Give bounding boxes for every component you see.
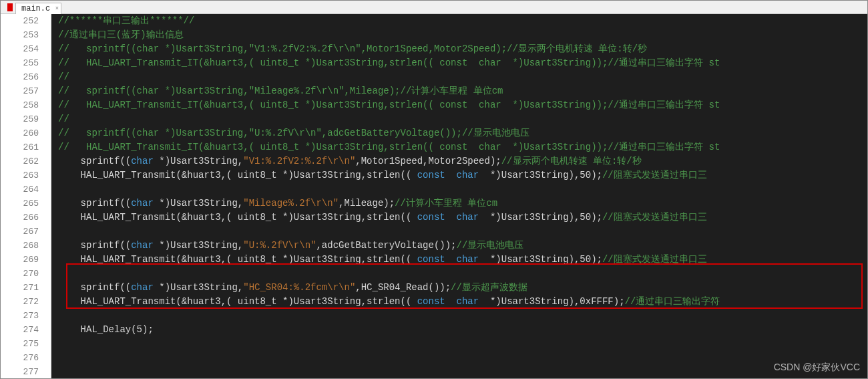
code-content[interactable]: //******串口三输出******////通过串口三(蓝牙)输出信息// s… — [51, 14, 867, 378]
line-number: 274 — [1, 323, 51, 337]
line-number: 277 — [1, 365, 51, 378]
close-icon[interactable]: × — [55, 5, 59, 12]
code-line[interactable]: // sprintf((char *)Usart3String,"Mileage… — [58, 84, 867, 98]
code-line[interactable] — [58, 351, 867, 365]
code-line[interactable]: // sprintf((char *)Usart3String,"V1:%.2f… — [58, 42, 867, 56]
code-line[interactable] — [58, 182, 867, 197]
file-modified-indicator — [7, 3, 13, 11]
code-line[interactable]: HAL_UART_Transmit(&huart3,( uint8_t *)Us… — [58, 295, 867, 309]
code-line[interactable]: //通过串口三(蓝牙)输出信息 — [58, 28, 867, 42]
line-number: 267 — [1, 225, 51, 239]
tab-label: main.c — [21, 4, 50, 13]
code-line[interactable]: // HAL_UART_Transmit_IT(&huart3,( uint8_… — [58, 140, 867, 154]
code-line[interactable] — [58, 365, 867, 378]
line-number: 261 — [1, 140, 51, 154]
code-line[interactable]: // — [58, 112, 867, 126]
code-line[interactable]: HAL_UART_Transmit(&huart3,( uint8_t *)Us… — [58, 211, 867, 225]
line-number: 255 — [1, 56, 51, 70]
line-number: 256 — [1, 70, 51, 84]
code-line[interactable]: HAL_UART_Transmit(&huart3,( uint8_t *)Us… — [58, 253, 867, 267]
editor-area[interactable]: 2522532542552562572582592602612622632642… — [1, 14, 867, 378]
line-number: 275 — [1, 337, 51, 351]
code-line[interactable] — [58, 267, 867, 281]
line-number: 272 — [1, 295, 51, 309]
tab-bar: main.c × — [1, 1, 867, 14]
code-line[interactable]: HAL_Delay(5); — [58, 323, 867, 337]
code-line[interactable]: sprintf((char *)Usart3String,"V1:%.2fV2:… — [58, 154, 867, 168]
line-number: 253 — [1, 28, 51, 42]
line-number: 252 — [1, 14, 51, 28]
line-number-gutter: 2522532542552562572582592602612622632642… — [1, 14, 51, 378]
code-line[interactable]: // — [58, 70, 867, 84]
line-number: 258 — [1, 98, 51, 112]
line-number: 259 — [1, 112, 51, 126]
line-number: 260 — [1, 126, 51, 140]
line-number: 269 — [1, 253, 51, 267]
code-line[interactable] — [58, 309, 867, 323]
line-number: 265 — [1, 197, 51, 211]
code-line[interactable]: // HAL_UART_Transmit_IT(&huart3,( uint8_… — [58, 98, 867, 112]
line-number: 273 — [1, 309, 51, 323]
code-line[interactable]: sprintf((char *)Usart3String,"HC_SR04:%.… — [58, 281, 867, 295]
line-number: 254 — [1, 42, 51, 56]
line-number: 266 — [1, 211, 51, 225]
line-number: 276 — [1, 351, 51, 365]
code-line[interactable] — [58, 225, 867, 239]
code-line[interactable] — [58, 337, 867, 351]
code-line[interactable]: // sprintf((char *)Usart3String,"U:%.2fV… — [58, 126, 867, 140]
code-line[interactable]: sprintf((char *)Usart3String,"U:%.2fV\r\… — [58, 239, 867, 253]
code-line[interactable]: // HAL_UART_Transmit_IT(&huart3,( uint8_… — [58, 56, 867, 70]
line-number: 263 — [1, 168, 51, 182]
line-number: 262 — [1, 154, 51, 168]
line-number: 271 — [1, 281, 51, 295]
code-line[interactable]: sprintf((char *)Usart3String,"Mileage%.2… — [58, 197, 867, 211]
line-number: 268 — [1, 239, 51, 253]
code-line[interactable]: //******串口三输出******// — [58, 14, 867, 28]
line-number: 264 — [1, 182, 51, 197]
code-line[interactable]: HAL_UART_Transmit(&huart3,( uint8_t *)Us… — [58, 168, 867, 182]
tab-main-c[interactable]: main.c × — [15, 3, 61, 14]
line-number: 270 — [1, 267, 51, 281]
editor-window: main.c × 2522532542552562572582592602612… — [0, 0, 868, 379]
line-number: 257 — [1, 84, 51, 98]
